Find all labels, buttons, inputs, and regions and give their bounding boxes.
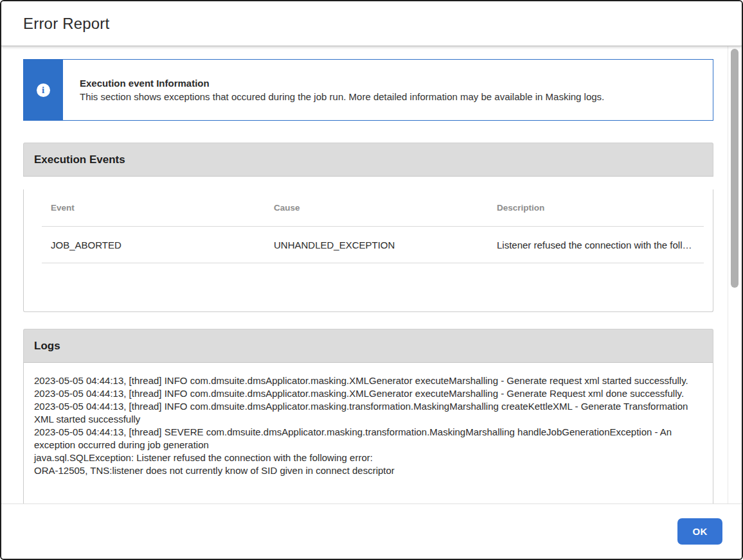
column-header-event: Event <box>42 203 265 213</box>
dialog-body: i Execution event Information This secti… <box>1 46 742 503</box>
cell-event: JOB_ABORTED <box>42 240 265 250</box>
log-line: ORA-12505, TNS:listener does not current… <box>34 464 694 477</box>
execution-events-title: Execution Events <box>34 153 125 166</box>
log-output: 2023-05-05 04:44:13, [thread] INFO com.d… <box>23 363 713 503</box>
info-icon: i <box>37 83 50 97</box>
dialog-footer: OK <box>1 503 742 559</box>
log-line: java.sql.SQLException: Listener refused … <box>34 451 694 464</box>
info-banner: i Execution event Information This secti… <box>23 59 713 121</box>
dialog-title: Error Report <box>23 15 109 33</box>
events-table: Event Cause Description JOB_ABORTED UNHA… <box>42 189 704 263</box>
logs-header: Logs <box>23 329 713 363</box>
log-line: 2023-05-05 04:44:13, [thread] INFO com.d… <box>34 374 694 387</box>
table-row: JOB_ABORTED UNHANDLED_EXCEPTION Listener… <box>42 227 704 263</box>
error-report-dialog: Error Report i Execution event Informati… <box>0 0 743 560</box>
scrollbar-thumb[interactable] <box>731 49 739 288</box>
cell-cause: UNHANDLED_EXCEPTION <box>265 240 488 250</box>
info-banner-text: Execution event Information This section… <box>63 60 604 120</box>
cell-description: Listener refused the connection with the… <box>488 240 704 250</box>
events-table-header-row: Event Cause Description <box>42 189 704 227</box>
execution-events-body: Event Cause Description JOB_ABORTED UNHA… <box>23 189 713 312</box>
execution-events-panel: Execution Events Event Cause Description… <box>23 143 713 312</box>
logs-title: Logs <box>34 340 60 353</box>
column-header-description: Description <box>488 203 704 213</box>
column-header-cause: Cause <box>265 203 488 213</box>
ok-button[interactable]: OK <box>677 518 722 545</box>
log-line: 2023-05-05 04:44:13, [thread] INFO com.d… <box>34 387 694 400</box>
info-banner-title: Execution event Information <box>80 76 604 90</box>
info-banner-description: This section shows exceptions that occur… <box>80 90 604 103</box>
dialog-header: Error Report <box>1 1 742 46</box>
execution-events-header: Execution Events <box>23 143 713 177</box>
dialog-content: i Execution event Information This secti… <box>23 59 713 503</box>
log-line: 2023-05-05 04:44:13, [thread] SEVERE com… <box>34 426 694 451</box>
info-icon-box: i <box>23 59 63 121</box>
log-line: 2023-05-05 04:44:13, [thread] INFO com.d… <box>34 400 694 426</box>
scrollbar-track[interactable] <box>728 46 742 503</box>
logs-panel: Logs 2023-05-05 04:44:13, [thread] INFO … <box>23 329 713 503</box>
